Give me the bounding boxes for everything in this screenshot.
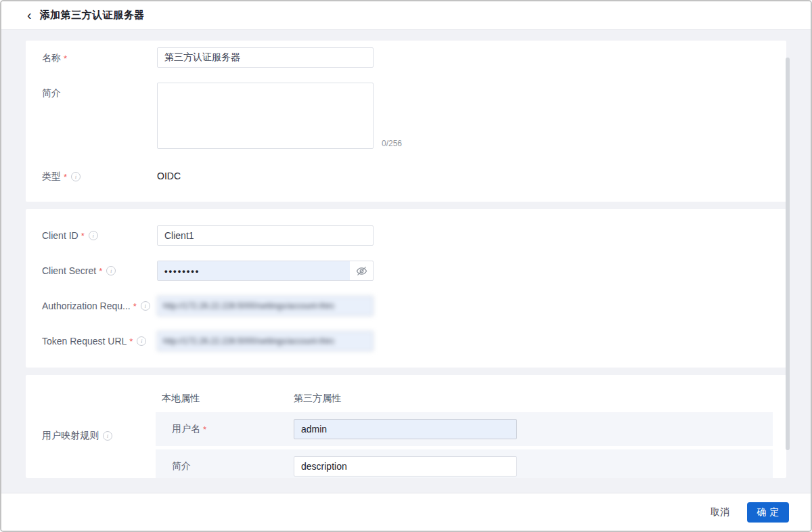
username-mapping-input[interactable] [294, 419, 517, 439]
authorization-url-input[interactable]: http://172.26.22.226:5000/settings/accou… [157, 296, 374, 316]
mapping-table-header: 本地属性 第三方属性 [156, 393, 773, 405]
required-marker: * [203, 424, 206, 435]
required-marker: * [133, 301, 137, 311]
oidc-config-card: Client ID * i Client Secret * i •••••••• [26, 209, 786, 368]
char-counter: 0/256 [382, 139, 402, 148]
info-icon[interactable]: i [137, 336, 146, 346]
local-attr-header: 本地属性 [162, 393, 294, 405]
app-window: ‹ 添加第三方认证服务器 名称 * 简介 0/256 [0, 0, 812, 532]
authorization-url-row: Authorization Requ... * i http://172.26.… [42, 296, 770, 316]
info-icon[interactable]: i [141, 301, 150, 311]
description-mapping-label: 简介 [172, 460, 294, 472]
confirm-button[interactable]: 确定 [747, 502, 789, 523]
type-value: OIDC [157, 166, 181, 181]
token-url-row: Token Request URL * i http://172.26.22.2… [42, 331, 770, 351]
basic-info-card: 名称 * 简介 0/256 类型 * i [26, 41, 786, 202]
user-mapping-card: 用户映射规则 i 本地属性 第三方属性 用户名 * 简介 [26, 375, 786, 478]
type-label: 类型 * i [42, 166, 157, 183]
client-secret-masked-value: •••••••• [158, 261, 350, 280]
description-mapping-input[interactable] [294, 456, 517, 476]
token-url-input[interactable]: http://172.26.22.226:5000/settings/accou… [157, 331, 374, 351]
vertical-scrollbar-thumb[interactable] [786, 58, 790, 450]
name-row: 名称 * [42, 47, 770, 68]
token-url-label: Token Request URL * i [42, 331, 157, 347]
authorization-url-label: Authorization Requ... * i [42, 296, 157, 311]
required-marker: * [64, 172, 67, 182]
cancel-button[interactable]: 取消 [710, 506, 729, 518]
eye-off-icon[interactable] [350, 261, 373, 280]
info-icon[interactable]: i [71, 172, 81, 181]
description-textarea-wrap: 0/256 [157, 83, 374, 151]
info-icon[interactable]: i [106, 266, 116, 275]
name-input[interactable] [157, 47, 374, 68]
page-title: 添加第三方认证服务器 [40, 9, 145, 22]
required-marker: * [64, 53, 67, 64]
info-icon[interactable]: i [89, 231, 98, 240]
name-label: 名称 * [42, 47, 157, 64]
mapping-row-description: 简介 [156, 449, 773, 478]
info-icon[interactable]: i [103, 431, 112, 441]
description-row: 简介 0/256 [42, 83, 770, 151]
required-marker: * [129, 336, 133, 347]
client-secret-row: Client Secret * i •••••••• [42, 261, 770, 281]
page-header: ‹ 添加第三方认证服务器 [1, 1, 811, 30]
required-marker: * [99, 266, 102, 276]
description-textarea[interactable] [157, 83, 374, 149]
client-id-label: Client ID * i [42, 225, 157, 241]
username-label: 用户名 * [172, 423, 294, 435]
back-button[interactable]: ‹ [27, 8, 32, 22]
client-secret-input[interactable]: •••••••• [157, 261, 374, 281]
third-party-attr-header: 第三方属性 [294, 393, 341, 405]
client-id-input[interactable] [157, 225, 374, 246]
client-secret-label: Client Secret * i [42, 261, 157, 276]
mapping-row-username: 用户名 * [156, 412, 773, 446]
mapping-section-label: 用户映射规则 i [42, 393, 156, 478]
required-marker: * [81, 231, 85, 241]
footer-bar: 取消 确定 [1, 493, 811, 531]
type-row: 类型 * i OIDC [42, 166, 770, 183]
client-id-row: Client ID * i [42, 225, 770, 246]
content-area: 名称 * 简介 0/256 类型 * i [1, 30, 811, 493]
description-label: 简介 [42, 83, 157, 99]
mapping-table: 本地属性 第三方属性 用户名 * 简介 [156, 393, 773, 478]
